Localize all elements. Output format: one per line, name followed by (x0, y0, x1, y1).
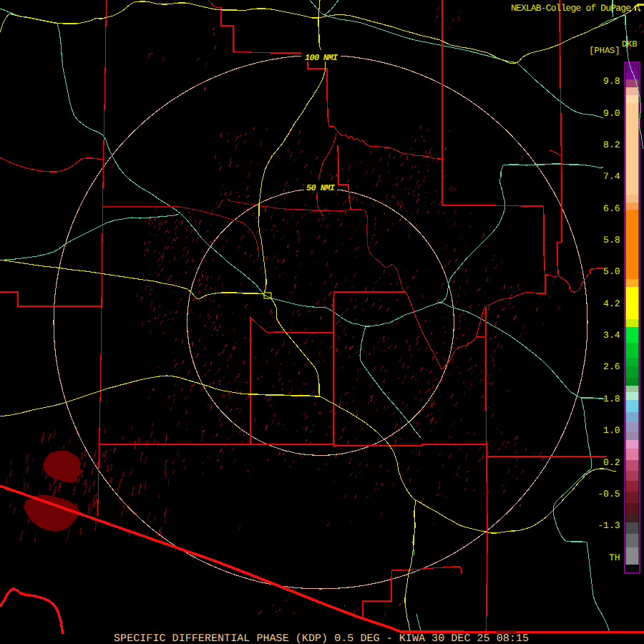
svg-text:SPECIFIC DIFFERENTIAL PHASE (K: SPECIFIC DIFFERENTIAL PHASE (KDP) 0.5 DE… (114, 633, 529, 644)
svg-text:-1.3: -1.3 (597, 520, 620, 531)
svg-text:-0.5: -0.5 (597, 489, 620, 499)
svg-text:NEXLAB-College of DuPage: NEXLAB-College of DuPage (511, 3, 631, 14)
svg-text:0.2: 0.2 (603, 457, 620, 468)
svg-text:3.4: 3.4 (603, 330, 620, 341)
svg-text:TH: TH (609, 552, 620, 563)
svg-text:1.0: 1.0 (603, 425, 620, 436)
svg-text:5.0: 5.0 (603, 266, 620, 277)
svg-text:9.8: 9.8 (603, 76, 620, 87)
svg-text:DKB: DKB (622, 39, 638, 49)
svg-text:7.4: 7.4 (603, 171, 620, 182)
svg-text:8.2: 8.2 (603, 140, 620, 150)
svg-text:4.2: 4.2 (603, 298, 620, 309)
svg-text:2.6: 2.6 (603, 361, 620, 372)
svg-text:[PHAS]: [PHAS] (589, 46, 620, 56)
svg-text:9.0: 9.0 (603, 108, 620, 119)
svg-text:1.8: 1.8 (603, 394, 620, 404)
svg-text:5.8: 5.8 (603, 235, 620, 245)
svg-text:100 NMI: 100 NMI (305, 53, 338, 63)
svg-text:50 NMI: 50 NMI (306, 183, 336, 193)
svg-text:6.6: 6.6 (603, 203, 620, 214)
